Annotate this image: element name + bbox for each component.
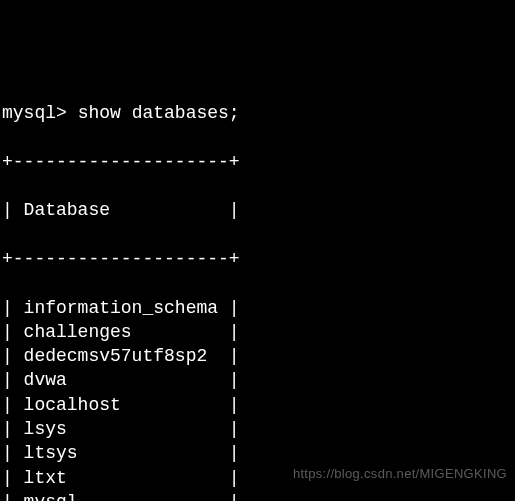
- mysql-prompt-line: mysql> show databases;: [2, 101, 513, 125]
- column-header: Database: [24, 200, 110, 220]
- table-row: | information_schema |: [2, 296, 513, 320]
- table-row: | ltsys |: [2, 441, 513, 465]
- table-header-row: | Database |: [2, 198, 513, 222]
- table-border-mid: +--------------------+: [2, 247, 513, 271]
- table-row: | dedecmsv57utf8sp2 |: [2, 344, 513, 368]
- table-row: | lsys |: [2, 417, 513, 441]
- table-border-top: +--------------------+: [2, 150, 513, 174]
- mysql-prompt: mysql>: [2, 103, 67, 123]
- sql-command: show databases;: [78, 103, 240, 123]
- table-row: | dvwa |: [2, 368, 513, 392]
- table-row: | localhost |: [2, 393, 513, 417]
- table-row: | challenges |: [2, 320, 513, 344]
- watermark-text: https://blog.csdn.net/MIGENGKING: [293, 465, 507, 483]
- table-row: | mysql |: [2, 490, 513, 501]
